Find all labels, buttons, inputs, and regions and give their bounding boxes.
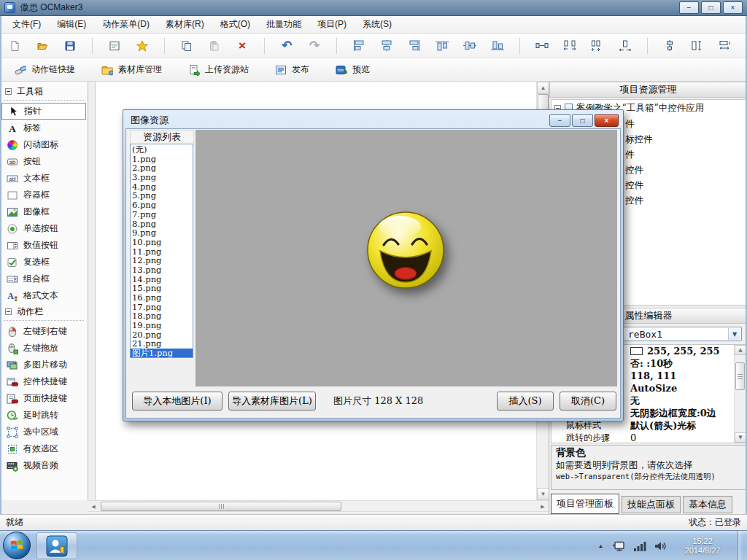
toolbox-item-numeric[interactable]: 数值按钮	[0, 237, 88, 254]
align-center-icon[interactable]	[378, 37, 395, 55]
publish-button[interactable]: 发布	[275, 63, 309, 76]
collapse-icon[interactable]	[5, 88, 12, 95]
redo-icon[interactable]: ↷	[306, 37, 323, 55]
list-item[interactable]: 6.png	[132, 201, 193, 210]
speaker-icon[interactable]	[654, 540, 667, 552]
align-right-icon[interactable]	[406, 37, 423, 55]
menu-action[interactable]: 动作菜单(D)	[94, 15, 158, 34]
taskbar-clock[interactable]: 15:22 2014/8/27	[676, 537, 729, 556]
start-button[interactable]	[3, 532, 31, 559]
action-item-delay-jump[interactable]: 延时跳转	[0, 407, 88, 424]
toolbox-scroll-strip[interactable]	[88, 82, 96, 500]
center-in-form-icon[interactable]	[661, 37, 678, 55]
delete-icon[interactable]: ×	[233, 37, 251, 55]
actionbar-header[interactable]: 动作栏	[0, 304, 88, 319]
list-item-selected[interactable]: 图片1.png	[131, 349, 193, 358]
open-folder-icon[interactable]	[34, 37, 51, 55]
upload-resource-button[interactable]: 上传资源站	[188, 63, 249, 76]
toolbox-item-container[interactable]: 容器框	[0, 187, 88, 203]
menu-edit[interactable]: 编辑(E)	[49, 15, 94, 34]
cancel-button[interactable]: 取消(C)	[560, 392, 616, 411]
window-minimize-button[interactable]: −	[679, 1, 699, 14]
tree-node[interactable]: 标控件	[625, 133, 653, 146]
collapse-icon[interactable]	[5, 308, 12, 315]
action-chain-button[interactable]: 动作链快捷	[15, 63, 75, 76]
action-item-page-hotkey[interactable]: 页面快捷键	[0, 390, 88, 407]
import-library-button[interactable]: 导入素材库图片(L)	[228, 392, 316, 411]
list-item[interactable]: 3.png	[132, 173, 193, 182]
dialog-maximize-button[interactable]: □	[572, 114, 593, 127]
align-middle-icon[interactable]	[461, 37, 479, 55]
list-item[interactable]: 10.png	[132, 238, 193, 247]
list-item[interactable]: 7.png	[132, 210, 193, 219]
scroll-up-button[interactable]: ▲	[735, 345, 746, 355]
save-icon[interactable]	[61, 37, 79, 55]
align-bottom-icon[interactable]	[489, 37, 506, 55]
scroll-down-button[interactable]: ▼	[735, 432, 746, 443]
menu-file[interactable]: 文件(F)	[4, 15, 49, 34]
tab-skill-points[interactable]: 技能点面板	[622, 496, 681, 513]
copy-icon[interactable]	[178, 37, 196, 55]
align-top-icon[interactable]	[433, 37, 451, 55]
scroll-left-button[interactable]: ◀	[88, 501, 99, 512]
action-item-valid-region[interactable]: 有效选区	[0, 440, 88, 457]
window-close-button[interactable]: ×	[723, 1, 743, 14]
menu-batch[interactable]: 批量功能	[258, 15, 309, 34]
tree-node[interactable]: 控件	[625, 195, 643, 207]
toolbox-item-button[interactable]: ab 按钮	[0, 153, 88, 170]
property-grid-scrollbar[interactable]: ▲ ▼	[734, 345, 746, 443]
insert-button[interactable]: 插入(S)	[497, 392, 554, 411]
toolbox-header[interactable]: 工具箱	[0, 84, 88, 98]
toolbox-item-combobox[interactable]: 组合框	[0, 271, 88, 287]
scrollbar-thumb[interactable]	[735, 362, 745, 390]
network-icon[interactable]	[612, 540, 625, 552]
tab-project-manager[interactable]: 项目管理面板	[551, 494, 619, 514]
tree-node[interactable]: 件	[625, 118, 635, 131]
tree-node[interactable]: 件	[625, 149, 635, 161]
toolbox-item-textbox[interactable]: abl 文本框	[0, 170, 88, 187]
align-left-icon[interactable]	[350, 37, 368, 55]
action-item-left-to-right[interactable]: 左键到右键	[0, 323, 88, 340]
toolbox-item-label[interactable]: A 标签	[0, 120, 88, 136]
scroll-right-button[interactable]: ▶	[537, 501, 549, 512]
list-item[interactable]: 13.png	[132, 265, 193, 275]
action-item-control-hotkey[interactable]: 控件快捷键	[0, 373, 88, 390]
tree-node[interactable]: 控件	[625, 164, 643, 176]
scroll-down-button[interactable]: ▼	[537, 488, 549, 500]
signal-strength-icon[interactable]	[633, 540, 646, 552]
same-height-icon[interactable]	[689, 37, 706, 55]
undo-icon[interactable]: ↶	[278, 37, 295, 55]
action-item-drag-drop[interactable]: 左键拖放	[0, 340, 88, 357]
list-item[interactable]: (无)	[132, 145, 193, 155]
new-file-icon[interactable]	[6, 37, 23, 55]
scrollbar-thumb[interactable]	[101, 502, 341, 511]
toolbox-item-pointer[interactable]: 指针	[1, 103, 86, 120]
tray-expand-icon[interactable]: ▲	[597, 542, 604, 550]
menu-format[interactable]: 格式(O)	[212, 15, 258, 34]
menu-project[interactable]: 项目(P)	[309, 15, 355, 34]
show-desktop-button[interactable]	[738, 531, 743, 560]
list-item[interactable]: 16.png	[132, 293, 193, 303]
menu-library[interactable]: 素材库(R)	[158, 15, 212, 34]
action-item-select-region[interactable]: 选中区域	[0, 424, 88, 440]
tree-node[interactable]: 控件	[625, 179, 643, 192]
remove-h-spacing-icon[interactable]	[616, 37, 634, 55]
scroll-up-button[interactable]: ▲	[537, 82, 549, 94]
dialog-minimize-button[interactable]: −	[549, 114, 570, 127]
toolbox-item-checkbox[interactable]: 复选框	[0, 254, 88, 271]
action-item-video-audio[interactable]: 视频音频	[0, 457, 88, 474]
resource-listbox[interactable]: (无) 1.png 2.png 3.png 4.png 5.png 6.png …	[130, 144, 193, 358]
menu-system[interactable]: 系统(S)	[355, 15, 400, 34]
list-item[interactable]: 9.png	[132, 228, 193, 238]
increase-h-spacing-icon[interactable]	[589, 37, 606, 55]
toolbox-item-radio[interactable]: 单选按钮	[0, 220, 88, 237]
list-item[interactable]: 19.png	[132, 321, 193, 330]
import-local-button[interactable]: 导入本地图片(I)	[132, 392, 222, 411]
same-width-icon[interactable]	[716, 37, 734, 55]
toolbox-item-imagebox[interactable]: 图像框	[0, 203, 88, 220]
dialog-titlebar[interactable]: 图像资源 − □ ×	[125, 112, 621, 128]
action-item-multi-image-move[interactable]: 多图片移动	[0, 357, 88, 373]
paste-icon[interactable]	[206, 37, 223, 55]
library-manage-button[interactable]: 素材库管理	[101, 63, 162, 76]
toolbox-item-richtext[interactable]: A 格式文本	[0, 287, 88, 304]
